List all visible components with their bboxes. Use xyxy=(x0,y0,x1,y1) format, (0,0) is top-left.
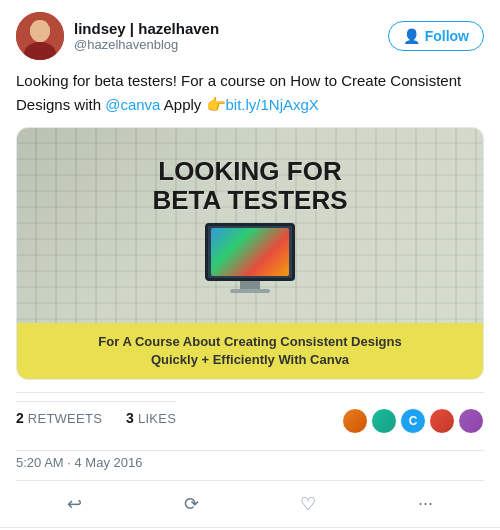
follow-label: Follow xyxy=(425,28,469,44)
follow-button[interactable]: 👤 Follow xyxy=(388,21,484,51)
monitor-body xyxy=(205,223,295,281)
retweet-button[interactable]: ⟳ xyxy=(174,489,209,519)
svg-point-3 xyxy=(30,20,50,42)
reply-icon: ↩ xyxy=(67,493,82,515)
monitor-stand xyxy=(240,281,260,289)
liker-avatar-2[interactable] xyxy=(371,408,397,434)
image-caption: For A Course About Creating Consistent D… xyxy=(17,323,483,379)
display-name[interactable]: lindsey | hazelhaven xyxy=(74,20,219,37)
retweet-icon: ⟳ xyxy=(184,493,199,515)
user-info: lindsey | hazelhaven @hazelhavenblog xyxy=(74,20,219,52)
liker-avatar-3[interactable]: C xyxy=(400,408,426,434)
avatar-image xyxy=(16,12,64,60)
retweets-stat: 2 RETWEETS xyxy=(16,410,102,426)
liker-avatar-1[interactable] xyxy=(342,408,368,434)
more-button[interactable]: ··· xyxy=(408,489,443,519)
monitor-base xyxy=(230,289,270,293)
likes-count: 3 xyxy=(126,410,134,426)
liker-avatar-4[interactable] xyxy=(429,408,455,434)
tweet-header: lindsey | hazelhaven @hazelhavenblog 👤 F… xyxy=(16,12,484,60)
likes-label: LIKES xyxy=(138,411,176,426)
tweet-link[interactable]: bit.ly/1NjAxgX xyxy=(226,96,319,113)
caption-text: For A Course About Creating Consistent D… xyxy=(98,334,401,367)
likers-avatars: C xyxy=(342,408,484,434)
avatar[interactable] xyxy=(16,12,64,60)
tweet-actions: ↩ ⟳ ♡ ··· xyxy=(16,480,484,527)
tweet-card: lindsey | hazelhaven @hazelhavenblog 👤 F… xyxy=(0,0,500,528)
pointing-emoji: 👉 xyxy=(206,96,226,113)
tweet-stats: 2 RETWEETS 3 LIKES xyxy=(16,401,176,434)
more-icon: ··· xyxy=(418,493,433,514)
heart-icon: ♡ xyxy=(300,493,316,515)
stats-row: 2 RETWEETS 3 LIKES C xyxy=(16,392,484,450)
headline-line1: LOOKING FOR xyxy=(152,157,347,186)
tweet-image[interactable]: LOOKING FOR BETA TESTERS For A Course Ab… xyxy=(16,127,484,380)
image-headline: LOOKING FOR BETA TESTERS xyxy=(152,157,347,214)
image-top-section: LOOKING FOR BETA TESTERS xyxy=(17,128,483,323)
username[interactable]: @hazelhavenblog xyxy=(74,37,219,52)
reply-button[interactable]: ↩ xyxy=(57,489,92,519)
tweet-text: Looking for beta testers! For a course o… xyxy=(16,70,484,117)
like-button[interactable]: ♡ xyxy=(290,489,326,519)
follow-person-icon: 👤 xyxy=(403,28,420,44)
tweet-text-part2: Apply xyxy=(160,96,205,113)
liker-avatar-5[interactable] xyxy=(458,408,484,434)
headline-line2: BETA TESTERS xyxy=(152,186,347,215)
tweet-time: 5:20 AM · 4 May 2016 xyxy=(16,450,484,480)
canva-mention[interactable]: @canva xyxy=(105,96,160,113)
monitor-screen xyxy=(211,228,289,276)
likes-stat: 3 LIKES xyxy=(126,410,176,426)
monitor-graphic xyxy=(205,223,295,293)
retweets-label: RETWEETS xyxy=(28,411,102,426)
tweet-header-left: lindsey | hazelhaven @hazelhavenblog xyxy=(16,12,219,60)
retweets-count: 2 xyxy=(16,410,24,426)
